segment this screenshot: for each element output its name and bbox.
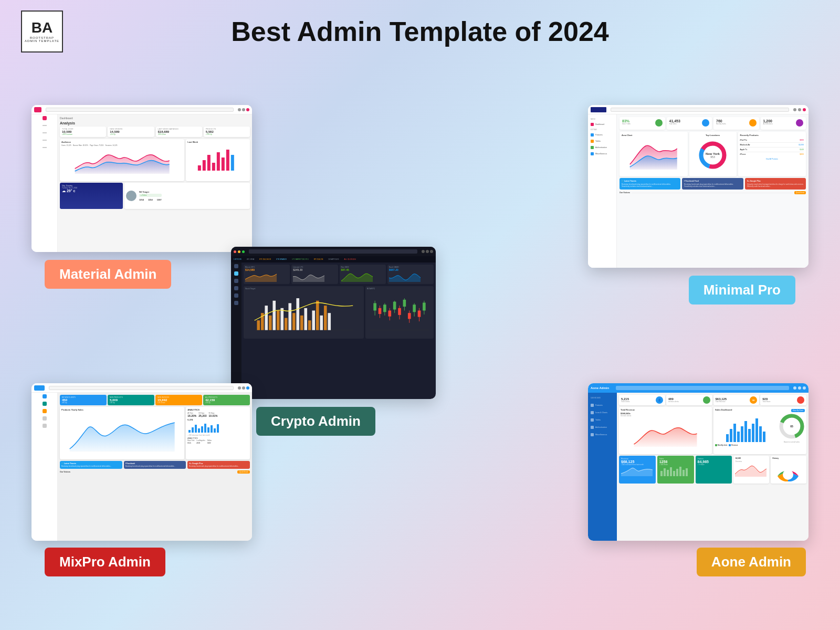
mixpro-admin-label[interactable]: MixPro Admin	[45, 548, 165, 576]
svg-rect-20	[304, 308, 307, 330]
page-header: Best Admin Template of 2024	[0, 0, 840, 58]
svg-rect-47	[418, 311, 421, 317]
svg-rect-3	[212, 163, 215, 171]
material-admin-card[interactable]: Dashboard Analysis TOTAL USER 10,589 +20…	[32, 105, 252, 252]
svg-rect-49	[423, 303, 426, 311]
svg-rect-43	[408, 313, 411, 319]
crypto-admin-label[interactable]: Crypto Admin	[256, 407, 375, 436]
logo: BA BOOTSTRAPADMIN TEMPLATE	[21, 10, 63, 52]
svg-rect-4	[217, 152, 220, 171]
logo-subtext: BOOTSTRAPADMIN TEMPLATE	[25, 36, 59, 43]
aone-admin-mockup: Aone Admin DASHBOARD Features Icons & Ch…	[588, 383, 808, 541]
svg-rect-17	[292, 313, 296, 330]
svg-rect-59	[201, 426, 203, 433]
svg-rect-1	[203, 160, 206, 171]
svg-rect-80	[667, 470, 669, 476]
svg-rect-23	[316, 301, 319, 330]
svg-point-87	[783, 469, 793, 480]
svg-rect-68	[737, 432, 740, 442]
mixpro-admin-card[interactable]: MY NEW CLIENTS 450 376 Up NEW PRODUCTS 5…	[32, 383, 252, 541]
svg-rect-78	[660, 471, 663, 476]
svg-rect-24	[320, 316, 323, 330]
svg-rect-6	[226, 150, 229, 171]
svg-rect-85	[682, 470, 685, 476]
svg-rect-67	[733, 424, 736, 442]
svg-rect-70	[744, 421, 747, 442]
aone-admin-card[interactable]: Aone Admin DASHBOARD Features Icons & Ch…	[588, 383, 808, 541]
svg-rect-2	[207, 155, 211, 171]
svg-rect-25	[324, 306, 327, 330]
svg-rect-10	[265, 306, 268, 330]
svg-rect-74	[759, 426, 762, 442]
svg-rect-26	[328, 313, 331, 330]
svg-rect-7	[231, 155, 234, 171]
crypto-admin-card[interactable]: 1 BITCOIN LRC: BINA BTC $14,324.33 ETH B…	[231, 247, 436, 399]
svg-rect-84	[679, 467, 681, 476]
svg-rect-18	[296, 298, 299, 330]
svg-rect-35	[388, 311, 391, 317]
logo-letters: BA	[32, 20, 52, 35]
mixpro-admin-mockup: MY NEW CLIENTS 450 376 Up NEW PRODUCTS 5…	[32, 383, 252, 541]
svg-rect-37	[393, 302, 396, 310]
svg-rect-13	[277, 311, 280, 331]
svg-rect-66	[730, 429, 732, 442]
material-admin-mockup: Dashboard Analysis TOTAL USER 10,589 +20…	[32, 105, 252, 252]
svg-rect-21	[308, 320, 311, 330]
svg-rect-22	[312, 311, 315, 331]
svg-rect-65	[726, 434, 729, 442]
svg-rect-55	[188, 430, 191, 433]
svg-rect-14	[280, 308, 284, 330]
svg-rect-56	[192, 427, 194, 433]
minimal-pro-card[interactable]: MENU Dashboard EXTRAS Features Tables	[588, 105, 808, 268]
minimal-pro-mockup: MENU Dashboard EXTRAS Features Tables	[588, 105, 808, 268]
svg-rect-33	[383, 304, 386, 312]
svg-rect-81	[670, 467, 672, 476]
svg-rect-31	[379, 308, 382, 314]
svg-rect-16	[288, 303, 291, 330]
svg-rect-0	[198, 165, 201, 171]
svg-rect-15	[285, 318, 288, 330]
material-admin-label[interactable]: Material Admin	[45, 260, 171, 289]
svg-rect-62	[211, 425, 213, 433]
svg-rect-19	[300, 316, 303, 330]
svg-rect-45	[413, 304, 416, 312]
svg-rect-69	[741, 426, 743, 442]
main-title: Best Admin Template of 2024	[231, 16, 609, 47]
svg-rect-75	[763, 432, 765, 442]
svg-rect-58	[198, 428, 200, 433]
svg-rect-73	[755, 418, 758, 442]
svg-rect-71	[748, 429, 751, 442]
svg-rect-64	[217, 424, 219, 433]
svg-rect-41	[403, 300, 406, 307]
crypto-admin-mockup: 1 BITCOIN LRC: BINA BTC $14,324.33 ETH B…	[231, 247, 436, 399]
svg-rect-57	[195, 425, 197, 433]
svg-rect-60	[204, 424, 206, 433]
svg-rect-29	[373, 303, 376, 310]
svg-rect-82	[673, 471, 675, 476]
svg-rect-86	[686, 468, 688, 476]
svg-rect-61	[207, 427, 209, 433]
svg-rect-11	[269, 316, 272, 330]
templates-container: Dashboard Analysis TOTAL USER 10,589 +20…	[0, 58, 840, 630]
aone-admin-label[interactable]: Aone Admin	[697, 548, 806, 576]
svg-rect-12	[272, 301, 276, 330]
svg-rect-5	[222, 158, 225, 171]
svg-rect-79	[664, 468, 666, 476]
svg-rect-39	[398, 308, 401, 315]
minimal-pro-label[interactable]: Minimal Pro	[689, 276, 795, 304]
svg-rect-8	[257, 320, 260, 330]
svg-rect-63	[214, 428, 216, 433]
svg-rect-83	[676, 469, 678, 476]
svg-rect-72	[752, 424, 754, 442]
